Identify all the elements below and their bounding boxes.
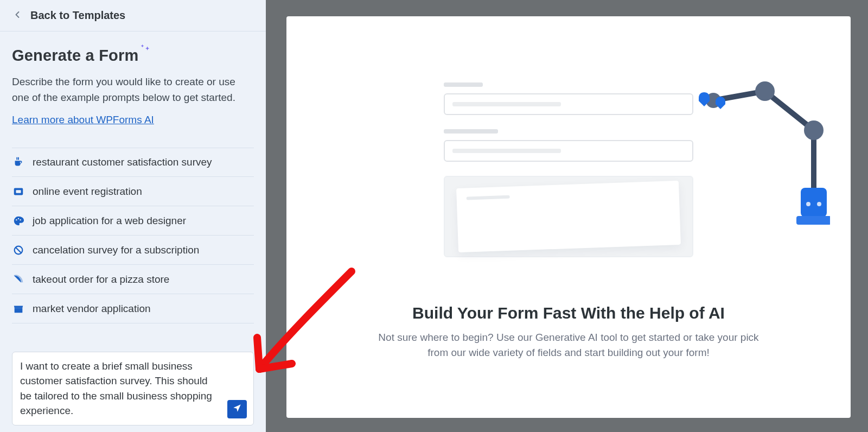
back-to-templates[interactable]: Back to Templates [0, 0, 266, 31]
svg-point-12 [817, 202, 821, 206]
description: Describe the form you would like to crea… [12, 74, 253, 105]
page-title: Generate a Form [12, 47, 138, 65]
send-icon [232, 403, 242, 415]
svg-rect-1 [16, 190, 21, 193]
prompt-item[interactable]: market vendor application [12, 294, 254, 323]
prompt-item[interactable]: cancelation survey for a subscription [12, 236, 254, 265]
field-placeholder [444, 140, 693, 162]
palette-icon [12, 214, 25, 227]
svg-point-3 [18, 218, 19, 219]
prompt-label: cancelation survey for a subscription [33, 244, 199, 256]
preview-subtext: Not sure where to begin? Use our Generat… [373, 330, 764, 360]
svg-rect-10 [796, 216, 830, 225]
ticket-icon [12, 185, 25, 198]
back-label: Back to Templates [30, 9, 125, 22]
preview-canvas: Build Your Form Fast With the Help of AI… [286, 16, 851, 418]
sidebar: Back to Templates Generate a Form Descri… [0, 0, 266, 432]
prompt-item[interactable]: restaurant customer satisfaction survey [12, 148, 254, 177]
prompt-label: online event registration [33, 186, 142, 198]
svg-point-7 [804, 120, 824, 140]
pizza-icon [12, 273, 25, 286]
prompt-list: restaurant customer satisfaction survey … [12, 148, 254, 323]
prompt-input[interactable]: I want to create a brief small business … [12, 352, 254, 425]
robot-arm-illustration [689, 81, 830, 233]
prompt-item[interactable]: takeout order for a pizza store [12, 265, 254, 294]
field-placeholder [444, 93, 693, 115]
prompt-label: takeout order for a pizza store [33, 274, 169, 285]
svg-point-2 [16, 219, 17, 220]
svg-rect-9 [801, 188, 827, 217]
prompt-label: job application for a web designer [33, 215, 186, 227]
preview-pane: Build Your Form Fast With the Help of AI… [266, 0, 868, 432]
svg-point-11 [806, 202, 810, 206]
sparkles-icon [139, 43, 151, 58]
svg-point-6 [755, 81, 775, 101]
send-button[interactable] [227, 400, 247, 418]
prompt-item[interactable]: job application for a web designer [12, 206, 254, 236]
form-skeleton [444, 82, 693, 257]
arrow-left-icon [12, 9, 23, 22]
field-drop-area [444, 176, 693, 257]
svg-point-4 [20, 219, 21, 220]
store-icon [12, 302, 25, 315]
preview-headline: Build Your Form Fast With the Help of AI [412, 304, 725, 322]
prompt-label: restaurant customer satisfaction survey [33, 156, 212, 168]
cup-icon [12, 156, 25, 169]
prompt-input-value: I want to create a brief small business … [20, 359, 222, 418]
cancel-icon [12, 244, 25, 257]
prompt-item[interactable]: online event registration [12, 177, 254, 206]
prompt-label: market vendor application [33, 303, 151, 315]
learn-more-link[interactable]: Learn more about WPForms AI [12, 114, 154, 126]
